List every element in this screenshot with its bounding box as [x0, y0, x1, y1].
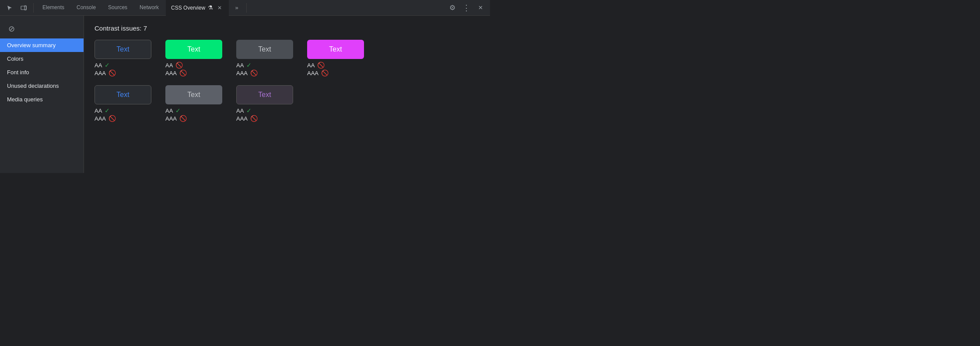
- check-aaa-1: AAA 🚫: [94, 69, 151, 76]
- sidebar-item-colors[interactable]: Colors: [0, 52, 84, 66]
- more-tabs-icon[interactable]: »: [231, 2, 243, 14]
- contrast-row-1: Text AA ✓ AAA 🚫: [94, 40, 480, 76]
- contrast-item-2: Text AA 🚫 AAA 🚫: [165, 40, 222, 76]
- contrast-checks-6: AA ✓ AAA 🚫: [165, 107, 222, 122]
- contrast-checks-7: AA ✓ AAA 🚫: [236, 107, 293, 122]
- toolbar-right-controls: ⚙ ⋮ ✕: [446, 2, 486, 14]
- toolbar-divider-2: [246, 3, 247, 13]
- contrast-btn-4[interactable]: Text: [307, 40, 364, 59]
- check-aa-6: AA ✓: [165, 107, 222, 114]
- devtools-toolbar: Elements Console Sources Network CSS Ove…: [0, 0, 490, 16]
- check-aa-3: AA ✓: [236, 62, 293, 69]
- tab-network[interactable]: Network: [134, 0, 164, 16]
- check-aa-fail-icon-2: 🚫: [175, 62, 183, 69]
- tab-sources[interactable]: Sources: [103, 0, 133, 16]
- sidebar-no-icon[interactable]: ⊘: [4, 21, 19, 37]
- contrast-item-7: Text AA ✓ AAA 🚫: [236, 85, 293, 122]
- contrast-checks-1: AA ✓ AAA 🚫: [94, 62, 151, 76]
- content-area: Contrast issues: 7 Text AA ✓ AAA: [84, 16, 490, 173]
- check-aa-pass-icon-6: ✓: [175, 107, 181, 114]
- check-aa-pass-icon-3: ✓: [246, 62, 252, 69]
- check-aa-pass-icon-7: ✓: [246, 107, 252, 114]
- contrast-btn-6[interactable]: Text: [165, 85, 222, 104]
- sidebar-item-unused-declarations[interactable]: Unused declarations: [0, 79, 84, 93]
- sidebar-item-font-info[interactable]: Font info: [0, 66, 84, 79]
- settings-icon[interactable]: ⚙: [446, 2, 458, 14]
- contrast-item-3: Text AA ✓ AAA 🚫: [236, 40, 293, 76]
- contrast-item-1: Text AA ✓ AAA 🚫: [94, 40, 151, 76]
- sidebar: ⊘ Overview summary Colors Font info Unus…: [0, 16, 84, 173]
- device-toggle-icon[interactable]: [18, 2, 30, 14]
- contrast-item-5: Text AA ✓ AAA 🚫: [94, 85, 151, 122]
- check-aaa-fail-icon-4: 🚫: [321, 69, 329, 76]
- cursor-tool-icon[interactable]: [4, 2, 16, 14]
- contrast-btn-5[interactable]: Text: [94, 85, 151, 104]
- check-aa-pass-icon-5: ✓: [105, 107, 110, 114]
- contrast-item-4: Text AA 🚫 AAA 🚫: [307, 40, 364, 76]
- check-aa-fail-icon-4: 🚫: [317, 62, 325, 69]
- sidebar-item-overview-summary[interactable]: Overview summary: [0, 38, 84, 52]
- tab-css-overview[interactable]: CSS Overview ⚗ ✕: [166, 0, 229, 16]
- check-aaa-fail-icon-5: 🚫: [108, 115, 116, 122]
- check-aaa-fail-icon-1: 🚫: [108, 69, 116, 76]
- contrast-checks-3: AA ✓ AAA 🚫: [236, 62, 293, 76]
- main-layout: ⊘ Overview summary Colors Font info Unus…: [0, 16, 490, 173]
- contrast-issues-title: Contrast issues: 7: [94, 24, 480, 32]
- tab-elements[interactable]: Elements: [37, 0, 70, 16]
- close-devtools-icon[interactable]: ✕: [474, 2, 486, 14]
- contrast-row-2: Text AA ✓ AAA 🚫: [94, 85, 480, 122]
- contrast-checks-2: AA 🚫 AAA 🚫: [165, 62, 222, 76]
- check-aaa-5: AAA 🚫: [94, 115, 151, 122]
- check-aaa-3: AAA 🚫: [236, 69, 293, 76]
- check-aa-2: AA 🚫: [165, 62, 222, 69]
- kebab-menu-icon[interactable]: ⋮: [460, 2, 472, 14]
- check-aaa-4: AAA 🚫: [307, 69, 364, 76]
- check-aa-1: AA ✓: [94, 62, 151, 69]
- toolbar-divider-1: [33, 3, 34, 13]
- check-aaa-7: AAA 🚫: [236, 115, 293, 122]
- contrast-grid: Text AA ✓ AAA 🚫: [94, 40, 480, 122]
- check-aa-4: AA 🚫: [307, 62, 364, 69]
- contrast-btn-7[interactable]: Text: [236, 85, 293, 104]
- check-aa-5: AA ✓: [94, 107, 151, 114]
- contrast-item-6: Text AA ✓ AAA 🚫: [165, 85, 222, 122]
- sidebar-item-media-queries[interactable]: Media queries: [0, 93, 84, 106]
- check-aa-7: AA ✓: [236, 107, 293, 114]
- contrast-btn-3[interactable]: Text: [236, 40, 293, 59]
- check-aa-pass-icon-1: ✓: [105, 62, 110, 69]
- check-aaa-fail-icon-2: 🚫: [179, 69, 187, 76]
- check-aaa-6: AAA 🚫: [165, 115, 222, 122]
- flask-icon: ⚗: [208, 4, 213, 11]
- check-aaa-2: AAA 🚫: [165, 69, 222, 76]
- contrast-checks-5: AA ✓ AAA 🚫: [94, 107, 151, 122]
- check-aaa-fail-icon-6: 🚫: [179, 115, 187, 122]
- contrast-checks-4: AA 🚫 AAA 🚫: [307, 62, 364, 76]
- svg-rect-0: [21, 6, 26, 10]
- css-overview-close-icon[interactable]: ✕: [216, 4, 224, 12]
- css-overview-label: CSS Overview: [171, 5, 205, 11]
- tab-console[interactable]: Console: [71, 0, 101, 16]
- contrast-btn-1[interactable]: Text: [94, 40, 151, 59]
- check-aaa-fail-icon-3: 🚫: [250, 69, 258, 76]
- check-aaa-fail-icon-7: 🚫: [250, 115, 258, 122]
- contrast-btn-2[interactable]: Text: [165, 40, 222, 59]
